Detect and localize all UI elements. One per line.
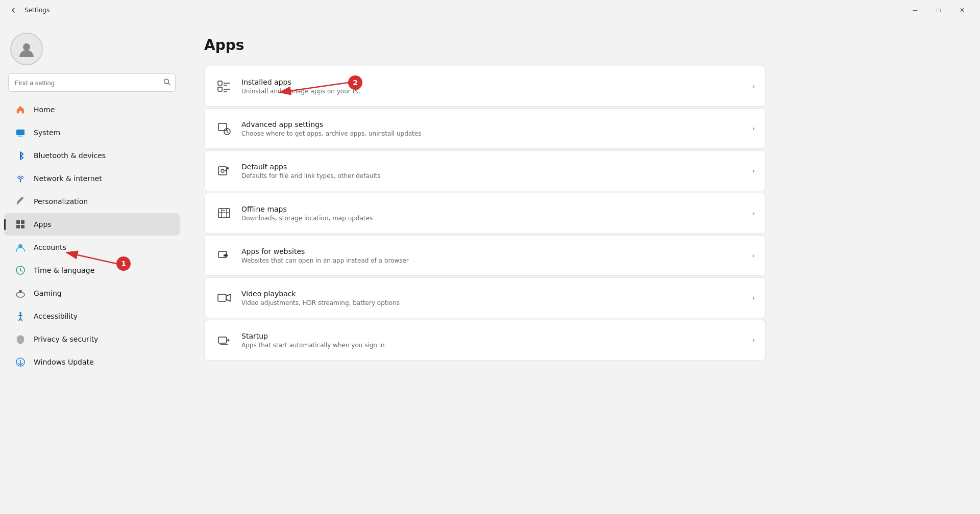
svg-point-30: [221, 169, 224, 172]
chevron-right-icon: ›: [752, 336, 755, 344]
settings-item-desc: Websites that can open in an app instead…: [241, 257, 752, 264]
svg-line-19: [20, 318, 22, 321]
profile-section: [0, 20, 184, 73]
sidebar-item-system[interactable]: System: [4, 121, 180, 144]
page-title: Apps: [204, 37, 960, 54]
titlebar: Settings ─ □ ✕: [0, 0, 980, 20]
settings-item-desc: Downloads, storage location, map updates: [241, 215, 752, 222]
sidebar-item-label: Apps: [34, 220, 52, 228]
sidebar-item-bluetooth[interactable]: Bluetooth & devices: [4, 144, 180, 167]
close-button[interactable]: ✕: [950, 2, 974, 18]
settings-item-startup[interactable]: Startup Apps that start automatically wh…: [204, 320, 766, 361]
settings-item-advanced-app-settings[interactable]: Advanced app settings Choose where to ge…: [204, 108, 766, 149]
chevron-right-icon: ›: [752, 251, 755, 260]
chevron-right-icon: ›: [752, 82, 755, 90]
sidebar-item-accessibility[interactable]: Accessibility: [4, 305, 180, 327]
settings-item-desc: Apps that start automatically when you s…: [241, 342, 752, 349]
settings-item-desc: Video adjustments, HDR streaming, batter…: [241, 299, 752, 306]
svg-rect-34: [218, 337, 227, 343]
sidebar-item-label: Bluetooth & devices: [34, 151, 106, 160]
startup-icon: [215, 331, 233, 349]
settings-item-desc: Defaults for file and link types, other …: [241, 172, 752, 179]
apps-default-icon: [215, 162, 233, 180]
settings-item-title: Default apps: [241, 163, 752, 171]
svg-rect-3: [16, 130, 24, 135]
windows-update-icon: [14, 356, 27, 368]
settings-item-installed-apps[interactable]: Installed apps Uninstall and manage apps…: [204, 66, 766, 107]
svg-rect-4: [18, 136, 22, 137]
sidebar-item-accounts[interactable]: Accounts: [4, 236, 180, 259]
bluetooth-icon: [14, 149, 27, 162]
svg-rect-33: [218, 294, 226, 301]
sidebar-item-gaming[interactable]: Gaming: [4, 282, 180, 304]
sidebar-item-time[interactable]: Time & language: [4, 259, 180, 281]
minimize-button[interactable]: ─: [903, 2, 927, 18]
sidebar-item-label: System: [34, 128, 60, 137]
settings-item-title: Apps for websites: [241, 247, 752, 255]
accessibility-icon: [14, 310, 27, 322]
search-input[interactable]: [8, 73, 176, 92]
home-icon: [14, 104, 27, 116]
settings-item-default-apps[interactable]: Default apps Defaults for file and link …: [204, 150, 766, 191]
sidebar-item-label: Personalization: [34, 197, 88, 205]
settings-item-title: Startup: [241, 332, 752, 340]
sidebar-item-network[interactable]: Network & internet: [4, 167, 180, 190]
svg-rect-13: [19, 290, 22, 292]
settings-item-title: Installed apps: [241, 78, 752, 86]
sidebar-item-label: Gaming: [34, 289, 62, 297]
sidebar-item-label: Accounts: [34, 243, 66, 251]
sidebar-item-apps[interactable]: Apps: [4, 213, 180, 236]
maximize-button[interactable]: □: [927, 2, 950, 18]
svg-rect-6: [16, 220, 20, 224]
time-icon: [14, 264, 27, 276]
settings-item-title: Video playback: [241, 290, 752, 298]
sidebar-item-label: Network & internet: [34, 174, 102, 183]
settings-item-offline-maps[interactable]: Offline maps Downloads, storage location…: [204, 193, 766, 234]
svg-point-5: [20, 181, 21, 182]
sidebar-item-home[interactable]: Home: [4, 98, 180, 121]
apps-advanced-icon: [215, 119, 233, 138]
sidebar-item-privacy[interactable]: Privacy & security: [4, 328, 180, 350]
accounts-icon: [14, 241, 27, 253]
search-icon: [163, 79, 170, 87]
window-title: Settings: [24, 7, 50, 14]
settings-item-video-playback[interactable]: Video playback Video adjustments, HDR st…: [204, 277, 766, 318]
svg-rect-24: [218, 87, 222, 91]
svg-rect-9: [21, 225, 24, 228]
chevron-right-icon: ›: [752, 209, 755, 217]
sidebar-item-label: Time & language: [34, 266, 94, 274]
main-content: Apps Installed apps Uninstall and manage…: [184, 20, 980, 384]
privacy-icon: [14, 333, 27, 345]
settings-item-desc: Choose where to get apps, archive apps, …: [241, 130, 752, 137]
sidebar-item-label: Home: [34, 106, 55, 114]
sidebar-item-label: Accessibility: [34, 312, 78, 320]
apps-list-icon: [215, 77, 233, 95]
apps-icon: [14, 218, 27, 230]
avatar: [10, 33, 43, 65]
annotation-badge-2: 2: [348, 75, 362, 90]
sidebar-item-label: Privacy & security: [34, 335, 98, 343]
svg-point-0: [23, 43, 30, 50]
sidebar: Home System Bluetooth & devices Network …: [0, 20, 184, 384]
offline-maps-icon: [215, 204, 233, 222]
settings-list: Installed apps Uninstall and manage apps…: [204, 66, 766, 361]
svg-rect-21: [218, 81, 222, 85]
sidebar-nav: Home System Bluetooth & devices Network …: [0, 98, 184, 374]
network-icon: [14, 172, 27, 185]
chevron-right-icon: ›: [752, 294, 755, 302]
back-button[interactable]: [6, 3, 20, 17]
annotation-badge-1: 1: [116, 256, 131, 271]
settings-item-apps-for-websites[interactable]: Apps for websites Websites that can open…: [204, 235, 766, 276]
window-controls: ─ □ ✕: [903, 2, 974, 18]
svg-rect-7: [21, 220, 24, 224]
settings-item-title: Offline maps: [241, 205, 752, 213]
personalization-icon: [14, 195, 27, 208]
svg-rect-31: [218, 209, 230, 218]
app-body: Home System Bluetooth & devices Network …: [0, 20, 980, 384]
search-box[interactable]: [8, 73, 176, 92]
svg-rect-8: [16, 225, 20, 228]
chevron-right-icon: ›: [752, 124, 755, 133]
sidebar-item-windows-update[interactable]: Windows Update: [4, 351, 180, 373]
sidebar-item-label: Windows Update: [34, 358, 94, 366]
sidebar-item-personalization[interactable]: Personalization: [4, 190, 180, 213]
